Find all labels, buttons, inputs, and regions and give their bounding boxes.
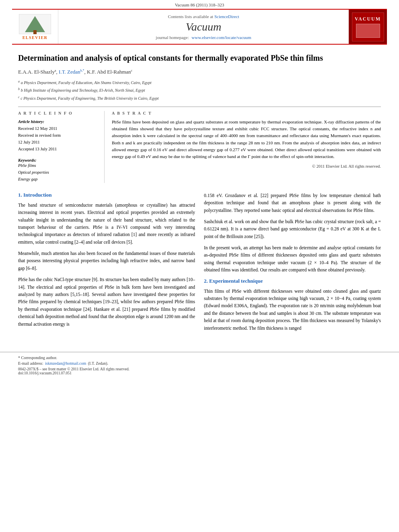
received-date: Received 12 May 2011 (18, 125, 97, 132)
doi-line: doi:10.1016/j.vacuum.2011.07.051 (18, 371, 381, 375)
email-link[interactable]: iskmzedan@hotmail.com (45, 361, 86, 366)
email-line: E-mail address: iskmzedan@hotmail.com (I… (18, 361, 381, 366)
keywords-label: Keywords: (18, 158, 97, 162)
vacuum-cover-decoration (356, 24, 380, 38)
elsevier-tree-icon (19, 14, 51, 34)
author-a: E.A.A. El-Shazlya (18, 69, 56, 75)
article-info-abstract: A R T I C L E I N F O Article history: R… (18, 111, 381, 183)
section2-title: 2. Experimental technique (204, 278, 381, 284)
vacuum-cover-inner: VACUUM (352, 12, 384, 41)
journal-name-display: Vacuum (186, 21, 222, 33)
journal-center-block: Contents lists available at ScienceDirec… (58, 10, 349, 44)
corresponding-author-note: * Corresponding author. (18, 355, 381, 360)
accepted-date: Accepted 13 July 2011 (18, 146, 97, 153)
keyword-3: Energy gap (18, 176, 97, 183)
abstract-heading: A B S T R A C T (112, 111, 381, 115)
authors-line: E.A.A. El-Shazlya, I.T. Zedanb,*, K.F. A… (18, 69, 381, 75)
article-history: Article history: Received 12 May 2011 Re… (18, 119, 97, 152)
author-c: K.F. Abd El-Rahmanc (87, 69, 132, 75)
right-para-2: Sashchiuk et al. work on and show that t… (204, 218, 381, 240)
elsevier-logo-block: ELSEVIER (12, 10, 58, 44)
author-b: I.T. Zedanb,* (59, 69, 84, 75)
journal-reference: Vacuum 86 (2011) 318–323 (175, 2, 224, 7)
keyword-1: PbSe films (18, 162, 97, 169)
svg-rect-2 (33, 30, 37, 34)
intro-para-2: Meanwhile, much attention has also been … (18, 250, 195, 272)
body-left-col: 1. Introduction The band structure of se… (18, 192, 195, 336)
keywords-block: Keywords: PbSe films Optical properties … (18, 158, 97, 183)
abstract-col: A B S T R A C T PbSe films have been dep… (105, 111, 381, 183)
intro-section-title: 1. Introduction (18, 192, 195, 198)
elsevier-label: ELSEVIER (23, 35, 48, 40)
journal-ref-bar: Vacuum 86 (2011) 318–323 (0, 0, 399, 9)
affil-b: b b High Institute of Engineering and Te… (18, 88, 145, 92)
body-right-col: 0.158 eV. Grozdanov et al. [22] prepared… (204, 192, 381, 336)
affiliations-block: a a Physics Department, Faculty of Educa… (18, 78, 381, 102)
sciencedirect-line: Contents lists available at ScienceDirec… (168, 14, 239, 19)
body-two-col: 1. Introduction The band structure of se… (18, 192, 381, 336)
page-footer: * Corresponding author. E-mail address: … (0, 352, 399, 378)
copyright-notice: © 2011 Elsevier Ltd. All rights reserved… (112, 164, 381, 168)
main-content: Determination and analysis of optical co… (0, 45, 399, 344)
homepage-url[interactable]: www.elsevier.com/locate/vacuum (191, 35, 251, 40)
sciencedirect-link[interactable]: ScienceDirect (214, 14, 239, 19)
journal-homepage-line: journal homepage: www.elsevier.com/locat… (156, 35, 251, 40)
revised-date: 12 July 2011 (18, 139, 97, 146)
revised-label: Received in revised form (18, 132, 97, 139)
article-title: Determination and analysis of optical co… (18, 53, 381, 63)
header-banner: ELSEVIER Contents lists available at Sci… (12, 9, 387, 45)
abstract-text: PbSe films have been deposited on glass … (112, 119, 381, 160)
article-info-heading: A R T I C L E I N F O (18, 111, 97, 115)
keyword-2: Optical properties (18, 169, 97, 176)
right-para-1: 0.158 eV. Grozdanov et al. [22] prepared… (204, 192, 381, 214)
right-para-3: In the present work, an attempt has been… (204, 244, 381, 274)
section2-para: Thin films of PbSe with different thickn… (204, 288, 381, 332)
intro-para-1: The band structure of semiconductor mate… (18, 201, 195, 246)
intro-para-3: PbSe has the cubic NaCl-type structure [… (18, 276, 195, 328)
copyright-footer-line: 0042-207X/$ – see front matter © 2011 El… (18, 367, 381, 371)
vacuum-cover-block: VACUUM (349, 10, 387, 44)
history-label: Article history: (18, 119, 97, 125)
vacuum-cover-label: VACUUM (355, 16, 381, 22)
divider-after-affiliations (18, 107, 381, 107)
affil-a: a a Physics Department, Faculty of Educa… (18, 80, 152, 85)
affil-c: c c Physics Department, Faculty of Engin… (18, 96, 159, 101)
article-info-col: A R T I C L E I N F O Article history: R… (18, 111, 105, 183)
